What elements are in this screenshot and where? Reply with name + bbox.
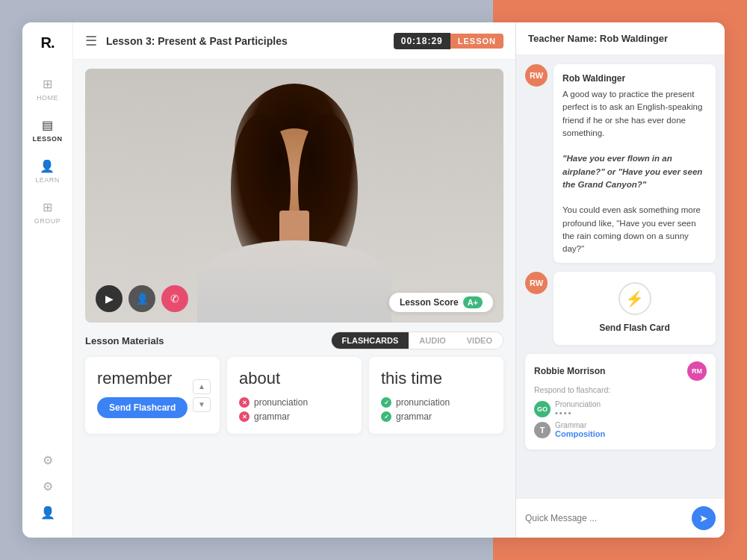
- respond-item-pronunciation: GO Pronunciation ••••: [534, 400, 707, 417]
- content-body: ▶ 👤 ✆ Lesson Score A+ Lesson Materials F…: [73, 60, 515, 538]
- flashcard-checks-about: ✕ pronunciation ✕ grammar: [239, 397, 350, 422]
- materials-title: Lesson Materials: [85, 335, 164, 346]
- arrow-down-button[interactable]: ▼: [193, 397, 211, 412]
- tab-group: FLASHCARDS AUDIO VIDEO: [331, 332, 503, 349]
- respond-type-grammar: Grammar: [555, 421, 605, 429]
- materials-header: Lesson Materials FLASHCARDS AUDIO VIDEO: [85, 332, 503, 349]
- chat-input[interactable]: [525, 513, 686, 523]
- timer-badge-group: 00:18:29 LESSON: [394, 33, 503, 49]
- sidebar-item-group[interactable]: ⊞ GROUP: [34, 199, 61, 225]
- flash-card-icon: ⚡: [619, 282, 651, 315]
- check-icon-grammar-about: ✕: [239, 411, 249, 422]
- lesson-badge: LESSON: [450, 34, 503, 49]
- respond-item-grammar: T Grammar Composition: [534, 421, 707, 438]
- sidebar: R. ⊞ HOME ▤ LESSON 👤 LEARN ⊞ GROUP ⚙ ⚙ 👤: [22, 22, 73, 538]
- settings-icon[interactable]: ⚙: [43, 453, 53, 467]
- flashcard-word-this-time: this time: [381, 369, 492, 388]
- sidebar-label-group: GROUP: [34, 217, 61, 225]
- sidebar-item-learn[interactable]: 👤 LEARN: [35, 158, 60, 184]
- message-bubble-2: ⚡ Send Flash Card: [554, 272, 716, 345]
- check-label-pronunciation-about: pronunciation: [254, 397, 308, 408]
- group-icon: ⊞: [39, 199, 55, 215]
- respond-bubble: Robbie Morrison RM Respond to flashcard:…: [525, 354, 716, 449]
- flashcard-about: about ✕ pronunciation ✕ grammar: [227, 357, 362, 434]
- materials-section: Lesson Materials FLASHCARDS AUDIO VIDEO …: [73, 323, 515, 538]
- respond-info-grammar: Grammar Composition: [555, 421, 605, 438]
- lesson-title: Lesson 3: Present & Past Participles: [106, 35, 385, 47]
- avatar-rm: RM: [687, 361, 707, 381]
- chat-message-1: RW Rob Waldinger A good way to practice …: [525, 64, 716, 263]
- tab-flashcards[interactable]: FLASHCARDS: [332, 332, 409, 349]
- menu-icon[interactable]: ☰: [85, 33, 97, 49]
- app-logo: R.: [41, 34, 55, 52]
- lesson-score: Lesson Score A+: [389, 293, 493, 312]
- respond-type-pronunciation: Pronunciation: [555, 400, 601, 408]
- home-icon: ⊞: [39, 75, 55, 92]
- send-button[interactable]: ➤: [692, 506, 716, 530]
- profile-icon[interactable]: 👤: [40, 505, 55, 520]
- main-card: R. ⊞ HOME ▤ LESSON 👤 LEARN ⊞ GROUP ⚙ ⚙ 👤: [22, 22, 725, 538]
- msg-sender-1: Rob Waldinger: [562, 72, 707, 85]
- check-grammar-about: ✕ grammar: [239, 411, 350, 422]
- sidebar-label-learn: LEARN: [35, 176, 60, 184]
- check-pronunciation-about: ✕ pronunciation: [239, 397, 350, 408]
- avatar-rw-1: RW: [525, 64, 548, 87]
- learn-icon: 👤: [39, 158, 55, 174]
- sidebar-nav: ⊞ HOME ▤ LESSON 👤 LEARN ⊞ GROUP: [32, 75, 62, 453]
- respond-bubble-wrapper: Robbie Morrison RM Respond to flashcard:…: [525, 354, 716, 449]
- video-container: ▶ 👤 ✆ Lesson Score A+: [85, 69, 503, 323]
- check-label-grammar-about: grammar: [254, 411, 290, 422]
- phone-button[interactable]: ✆: [161, 285, 188, 312]
- chat-message-3: Robbie Morrison RM Respond to flashcard:…: [525, 354, 716, 449]
- flashcard-checks-this-time: ✓ pronunciation ✓ grammar: [381, 397, 492, 422]
- check-icon-pronunciation-this-time: ✓: [381, 397, 391, 408]
- check-grammar-this-time: ✓ grammar: [381, 411, 492, 422]
- video-controls: ▶ 👤 ✆: [96, 285, 188, 312]
- lesson-score-label: Lesson Score: [400, 297, 459, 308]
- score-value: A+: [463, 296, 483, 308]
- flashcards-grid: remember Send Flashcard ▲ ▼ about ✕: [85, 357, 503, 434]
- user-button[interactable]: 👤: [128, 285, 155, 312]
- respond-sender: Robbie Morrison: [534, 366, 605, 376]
- flashcard-word-about: about: [239, 369, 350, 388]
- respond-value-grammar: Composition: [555, 429, 605, 438]
- respond-info-pronunciation: Pronunciation ••••: [555, 400, 601, 417]
- check-icon-pronunciation-about: ✕: [239, 397, 249, 408]
- respond-value-pronunciation: ••••: [555, 408, 601, 417]
- tab-video[interactable]: VIDEO: [456, 332, 503, 349]
- lesson-icon: ▤: [39, 116, 55, 133]
- sidebar-bottom: ⚙ ⚙ 👤: [40, 453, 55, 520]
- chat-input-area: ➤: [516, 498, 725, 538]
- main-content: ☰ Lesson 3: Present & Past Participles 0…: [73, 22, 515, 538]
- chat-messages: RW Rob Waldinger A good way to practice …: [516, 55, 725, 498]
- sidebar-item-lesson[interactable]: ▤ LESSON: [32, 116, 62, 143]
- flash-card-label: Send Flash Card: [599, 321, 670, 335]
- flashcard-this-time: this time ✓ pronunciation ✓ grammar: [369, 357, 503, 434]
- sidebar-label-home: HOME: [37, 94, 58, 102]
- check-pronunciation-this-time: ✓ pronunciation: [381, 397, 492, 408]
- chat-message-2: RW ⚡ Send Flash Card: [525, 272, 716, 345]
- header: ☰ Lesson 3: Present & Past Participles 0…: [73, 22, 515, 60]
- camera-button[interactable]: ▶: [96, 285, 123, 312]
- card-arrows: ▲ ▼: [193, 379, 211, 412]
- sidebar-item-home[interactable]: ⊞ HOME: [37, 75, 58, 102]
- tab-audio[interactable]: AUDIO: [409, 332, 456, 349]
- video-section: ▶ 👤 ✆ Lesson Score A+: [73, 60, 515, 323]
- arrow-up-button[interactable]: ▲: [193, 379, 211, 394]
- check-label-pronunciation-this-time: pronunciation: [396, 397, 450, 408]
- message-bubble-1: Rob Waldinger A good way to practice the…: [554, 64, 716, 263]
- timer-display: 00:18:29: [394, 33, 450, 49]
- shirt: [197, 240, 391, 323]
- send-flashcard-button[interactable]: Send Flashcard: [97, 397, 187, 418]
- chat-header: Teacher Name: Rob Waldinger: [516, 22, 725, 55]
- check-icon-grammar-this-time: ✓: [381, 411, 391, 422]
- flashcard-remember: remember Send Flashcard ▲ ▼: [85, 357, 220, 434]
- avatar-pronunciation: GO: [534, 401, 551, 417]
- flashcard-word-remember: remember: [97, 369, 208, 388]
- msg-text-1: A good way to practice the present perfe…: [562, 88, 707, 255]
- sidebar-label-lesson: LESSON: [32, 135, 62, 143]
- avatar-rw-2: RW: [525, 272, 548, 294]
- chat-panel: Teacher Name: Rob Waldinger RW Rob Waldi…: [515, 22, 725, 538]
- settings2-icon[interactable]: ⚙: [43, 479, 53, 494]
- respond-header: Robbie Morrison RM: [534, 361, 707, 381]
